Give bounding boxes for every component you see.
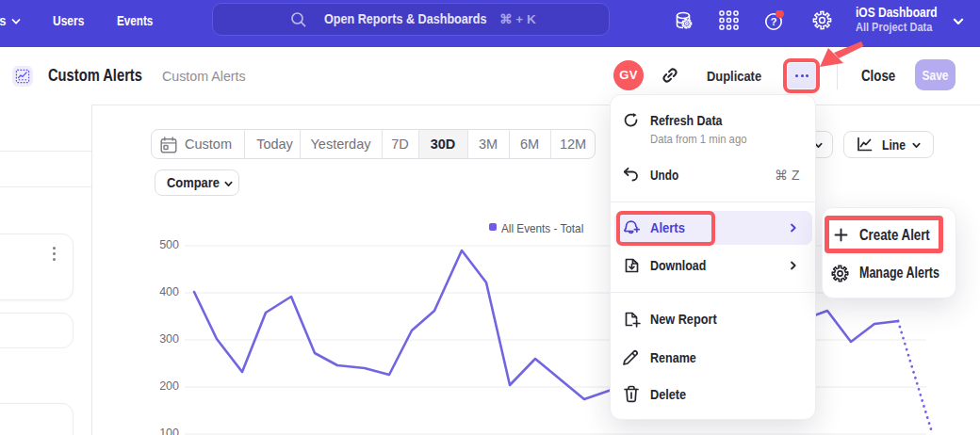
svg-text:?: ? <box>771 16 777 27</box>
